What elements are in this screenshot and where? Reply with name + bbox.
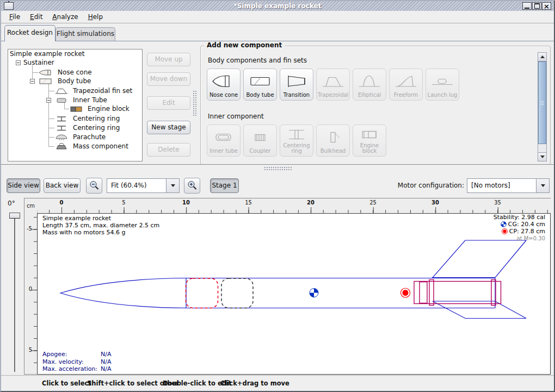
add-transition-button[interactable]: Transition [280, 69, 313, 101]
add-body-tube-button[interactable]: Body tube [243, 69, 277, 101]
cg-marker-icon [310, 289, 318, 297]
scroll-down-button[interactable] [538, 152, 546, 161]
cg-value: CG: 20.4 cm [508, 221, 545, 228]
menu-analyze[interactable]: Analyze [47, 12, 83, 22]
rocket-dimensions: Length 37.5 cm, max. diameter 2.5 cm [42, 222, 159, 229]
freeform-fin-icon [394, 70, 418, 92]
component-scrollbar[interactable] [538, 52, 547, 161]
add-engine-block-button[interactable]: Engine block [353, 125, 386, 157]
tree-label: Centering ring [73, 124, 120, 132]
max-acceleration-value: N/A [101, 365, 111, 372]
centering-ring-icon [54, 115, 69, 122]
rocket-name: Simple example rocket [42, 215, 159, 222]
hint-drag: Click+drag to move [220, 379, 289, 387]
tree-label: Inner Tube [73, 96, 107, 104]
horizontal-splitter[interactable] [264, 166, 292, 171]
tree-label: Body tube [58, 77, 91, 85]
max-velocity-value: N/A [101, 358, 111, 365]
add-bulkhead-button[interactable]: Bulkhead [316, 125, 350, 157]
menu-file[interactable]: File [4, 12, 25, 22]
ruler-unit-label: cm [24, 198, 37, 213]
tree-row-engine-block[interactable]: Engine block [8, 104, 142, 114]
add-nose-cone-button[interactable]: Nose cone [207, 69, 240, 101]
trapezoidal-fin-icon [54, 88, 69, 95]
scrollbar-thumb[interactable] [538, 61, 546, 144]
rocket-drawing[interactable] [37, 213, 551, 375]
add-coupler-button[interactable]: Coupler [243, 125, 277, 157]
magnifier-zoom-in-icon [187, 180, 198, 191]
back-view-button[interactable]: Back view [44, 178, 81, 193]
mass-component-outline [221, 278, 253, 308]
cp-marker-icon [401, 288, 410, 297]
tree-row-sustainer[interactable]: Sustainer [8, 58, 142, 67]
tab-flight-simulations[interactable]: Flight simulations [55, 27, 115, 41]
rocket-mass: Mass with no motors 54.6 g [42, 229, 159, 236]
window-menu-icon [6, 2, 11, 10]
zoom-level-select[interactable]: Fit (60.4%) [107, 178, 180, 193]
tree-label: Sustainer [23, 59, 54, 66]
title-bar[interactable]: *Simple example rocket × [1, 1, 554, 11]
tree-row-centering-ring-2[interactable]: Centering ring [8, 123, 142, 133]
stage-1-toggle[interactable]: Stage 1 [210, 178, 239, 193]
tab-rocket-design[interactable]: Rocket design [4, 25, 55, 41]
add-elliptical-fin-button[interactable]: Elliptical [353, 69, 386, 101]
scroll-up-button[interactable] [538, 53, 546, 61]
tree-label: Trapezoidal fin set [73, 87, 132, 95]
rotation-slider-handle[interactable] [9, 213, 20, 219]
window-menu-button[interactable] [4, 2, 14, 10]
menu-edit[interactable]: Edit [25, 12, 47, 22]
max-velocity-label: Max. velocity: [42, 358, 101, 366]
parachute-icon [54, 134, 69, 141]
zoom-out-button[interactable] [86, 178, 102, 194]
inner-component-label: Inner component [208, 113, 264, 120]
zoom-in-button[interactable] [184, 178, 200, 194]
status-bar: Click to select Shift+click to select ot… [1, 375, 554, 391]
maximize-button[interactable] [532, 2, 541, 10]
add-trapezoidal-fin-button[interactable]: Trapezoidal [316, 69, 350, 101]
tree-expand-toggle-body-tube[interactable] [30, 79, 35, 84]
add-freeform-fin-button[interactable]: Freeform [389, 69, 423, 101]
tree-row-inner-tube[interactable]: Inner Tube [8, 96, 142, 105]
add-launch-lug-button[interactable]: Launch lug [425, 69, 459, 101]
parachute-outline [186, 278, 218, 308]
new-stage-button[interactable]: New stage [147, 121, 190, 134]
rotation-slider-track[interactable] [14, 215, 16, 372]
move-up-button[interactable]: Move up [147, 53, 190, 66]
tree-row-body-tube[interactable]: Body tube [8, 77, 142, 86]
tree-label: Mass component [73, 142, 128, 150]
menu-help[interactable]: Help [83, 12, 108, 22]
chevron-down-icon [171, 184, 175, 187]
add-inner-tube-button[interactable]: Inner tube [207, 125, 240, 157]
tree-row-nose-cone[interactable]: Nose cone [8, 68, 142, 77]
group-title: Add new component [204, 41, 285, 49]
side-view-button[interactable]: Side view [7, 178, 40, 193]
combo-arrow-button[interactable] [166, 179, 179, 192]
tree-expand-toggle-sustainer[interactable] [16, 60, 21, 65]
centering-ring-icon [285, 126, 309, 143]
zoom-level-value: Fit (60.4%) [107, 179, 166, 192]
tree-row-rocket[interactable]: Simple example rocket [8, 49, 142, 59]
horizontal-ruler: 0 5 10 15 20 25 30 35 [37, 198, 551, 213]
delete-button[interactable]: Delete [147, 143, 190, 157]
move-down-button[interactable]: Move down [147, 72, 190, 86]
apogee-value: N/A [101, 351, 111, 358]
motor-configuration-value: [No motors] [467, 179, 536, 192]
combo-arrow-button[interactable] [536, 179, 549, 192]
engine-block-icon [357, 126, 381, 143]
inner-tube-icon [54, 97, 69, 104]
arrow-up-icon [540, 55, 545, 58]
close-icon: × [544, 3, 550, 9]
close-button[interactable]: × [542, 2, 551, 10]
motor-configuration-select[interactable]: [No motors] [467, 178, 550, 193]
tree-row-centering-ring-1[interactable]: Centering ring [8, 114, 142, 123]
nose-cone-icon [212, 70, 236, 92]
tree-row-fin-set[interactable]: Trapezoidal fin set [8, 86, 142, 96]
vertical-splitter[interactable] [193, 90, 197, 116]
tree-row-mass-component[interactable]: Mass component [8, 142, 142, 151]
tree-expand-toggle-inner-tube[interactable] [46, 98, 51, 103]
add-centering-ring-button[interactable]: Centering ring [280, 125, 313, 157]
mass-component-icon [54, 143, 69, 150]
minimize-button[interactable] [522, 2, 532, 10]
edit-button[interactable]: Edit [147, 96, 190, 110]
tree-row-parachute[interactable]: Parachute [8, 133, 142, 142]
